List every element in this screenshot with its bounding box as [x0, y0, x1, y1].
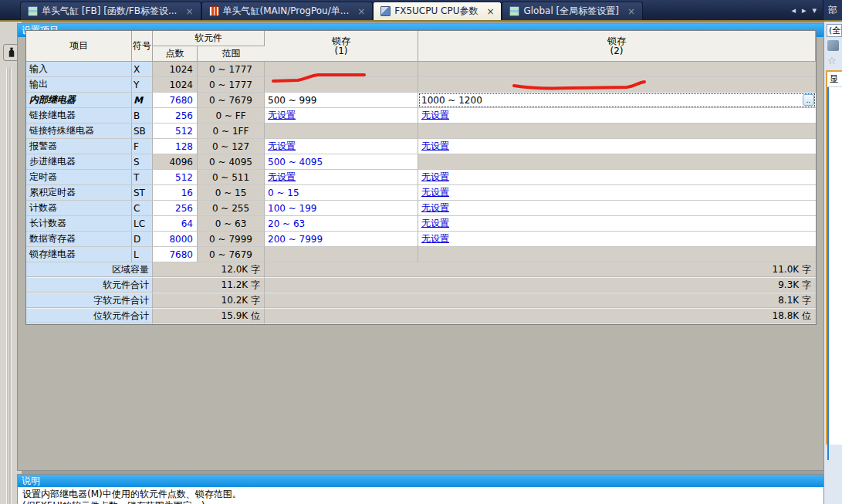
device-row-S: 步进继电器S40960 ~ 4095500 ~ 4095: [26, 154, 816, 170]
cell-latch[interactable]: 无设置: [418, 170, 816, 185]
cell-points[interactable]: 128: [153, 139, 198, 154]
cell-points[interactable]: 8000: [153, 232, 198, 247]
summary-device-value: 15.9K 位: [153, 309, 265, 324]
summary-device-value: 11.2K 字: [153, 278, 265, 293]
browse-button[interactable]: ..: [803, 94, 814, 106]
cell-item-label: 计数器: [26, 201, 132, 216]
cell-latch[interactable]: 无设置: [418, 185, 816, 201]
tab-strip: 单头气缸 [FB] [函数/FB标签设...×单头气缸(MAIN/ProgPou…: [0, 0, 785, 20]
cell-latch[interactable]: 无设置: [418, 216, 816, 232]
cell-points[interactable]: 512: [153, 170, 198, 185]
cell-item-label: 链接继电器: [26, 108, 132, 123]
cell-points[interactable]: 7680: [153, 247, 198, 262]
cell-range: 0 ~ 127: [198, 139, 265, 154]
cell-latch[interactable]: 200 ~ 7999: [265, 232, 418, 247]
device-row-B: 链接继电器B2560 ~ FF无设置无设置: [26, 108, 816, 123]
cell-latch[interactable]: 0 ~ 15: [265, 185, 418, 201]
dock-splitter[interactable]: [6, 68, 8, 504]
summary-row: 字软元件合计10.2K 字8.1K 字: [26, 293, 816, 309]
cell-latch: [265, 62, 418, 77]
cell-item-label: 累积定时器: [26, 185, 132, 201]
cell-symbol: SB: [132, 123, 153, 139]
tab-document-1[interactable]: 单头气缸 [FB] [函数/FB标签设...×: [20, 2, 201, 20]
device-row-Y: 输出Y10240 ~ 1777: [26, 77, 816, 93]
cell-range: 0 ~ FF: [198, 108, 265, 123]
cell-latch[interactable]: 500 ~ 4095: [265, 154, 418, 170]
tab-navigation: ◂ ▸ ▾: [785, 0, 823, 20]
cell-latch[interactable]: 100 ~ 199: [265, 201, 418, 216]
cell-item-label: 输入: [26, 62, 132, 77]
scroll-tabs-left-icon[interactable]: ◂: [791, 5, 796, 15]
ink-bottle-icon: [6, 47, 17, 58]
global-label-icon: [509, 6, 519, 16]
cell-points[interactable]: 512: [153, 123, 198, 139]
cell-points[interactable]: 7680: [153, 93, 198, 108]
window-list-icon[interactable]: ▾: [812, 5, 817, 15]
tab-document-2[interactable]: 单头气缸(MAIN/ProgPou/单...×: [201, 2, 374, 20]
favorites-star-icon[interactable]: ☆: [827, 56, 842, 66]
explanation-titlebar: 说明: [18, 475, 823, 487]
cell-item-label: 数据寄存器: [26, 232, 132, 247]
explanation-line-1: 设置内部继电器(M)中使用的软元件点数、锁存范围。: [22, 489, 819, 500]
cell-latch[interactable]: 无设置: [418, 139, 816, 154]
element-pane-body: [827, 87, 842, 460]
cell-latch[interactable]: 无设置: [265, 139, 418, 154]
tab-document-3[interactable]: FX5UCPU CPU参数×: [373, 2, 502, 20]
cell-points[interactable]: 16: [153, 185, 198, 201]
element-pane-tab-label: 显: [830, 74, 838, 84]
header-latch2-line2: (2): [610, 46, 624, 56]
cell-symbol: M: [132, 93, 153, 108]
header-latch2: 锁存 (2): [418, 31, 816, 62]
summary-latch-value: 8.1K 字: [265, 293, 816, 309]
explanation-title: 说明: [22, 475, 40, 488]
cell-latch[interactable]: 无设置: [418, 232, 816, 247]
cell-range: 0 ~ 7999: [198, 232, 265, 247]
cell-range: 0 ~ 7679: [198, 247, 265, 262]
cell-range: 0 ~ 7679: [198, 93, 265, 108]
device-row-T: 定时器T5120 ~ 511无设置无设置: [26, 170, 816, 185]
cell-item-label: 报警器: [26, 139, 132, 154]
cell-symbol: Y: [132, 77, 153, 93]
cell-latch[interactable]: 1000 ~ 1200..: [418, 93, 816, 108]
tab-close-icon[interactable]: ×: [627, 7, 635, 16]
tab-close-icon[interactable]: ×: [357, 7, 365, 16]
device-row-X: 输入X10240 ~ 1777: [26, 62, 816, 77]
element-filter-combo[interactable]: (全部): [827, 24, 842, 37]
cell-range: 0 ~ 1777: [198, 77, 265, 93]
device-row-ST: 累积定时器ST160 ~ 150 ~ 15无设置: [26, 185, 816, 201]
element-toolbar-icon[interactable]: [827, 40, 839, 51]
cell-points[interactable]: 64: [153, 216, 198, 232]
cell-points[interactable]: 256: [153, 108, 198, 123]
cell-latch[interactable]: 无设置: [265, 170, 418, 185]
cell-symbol: D: [132, 232, 153, 247]
tab-label: FX5UCPU CPU参数: [394, 5, 478, 18]
summary-label: 字软元件合计: [26, 293, 153, 309]
document-tab-bar: 单头气缸 [FB] [函数/FB标签设...×单头气缸(MAIN/ProgPou…: [0, 0, 842, 22]
summary-row: 区域容量12.0K 字11.0K 字: [26, 262, 816, 278]
table-body: 输入X10240 ~ 1777输出Y10240 ~ 1777内部继电器M7680…: [26, 62, 816, 262]
cell-latch[interactable]: 20 ~ 63: [265, 216, 418, 232]
cell-latch[interactable]: 无设置: [265, 108, 418, 123]
cell-symbol: LC: [132, 216, 153, 232]
cell-latch[interactable]: 500 ~ 999: [265, 93, 418, 108]
cell-points[interactable]: 256: [153, 201, 198, 216]
tab-label: Global [全局标签设置]: [523, 5, 618, 18]
tab-document-4[interactable]: Global [全局标签设置]×: [502, 2, 643, 20]
element-pane-tab[interactable]: 显: [827, 72, 842, 87]
cpu-parameter-icon: [380, 6, 391, 16]
cell-latch[interactable]: 无设置: [418, 201, 816, 216]
device-row-F: 报警器F1280 ~ 127无设置无设置: [26, 139, 816, 154]
cell-latch[interactable]: 无设置: [418, 108, 816, 123]
fb-label-icon: [28, 6, 38, 16]
tab-label: 单头气缸(MAIN/ProgPou/单...: [223, 5, 350, 18]
scroll-tabs-right-icon[interactable]: ▸: [802, 5, 806, 15]
cell-item-label: 长计数器: [26, 216, 132, 232]
cell-latch: [418, 154, 816, 170]
cell-range: 0 ~ 1777: [198, 62, 265, 77]
device-row-L: 锁存继电器L76800 ~ 7679: [26, 247, 816, 262]
cell-symbol: C: [132, 201, 153, 216]
summary-device-value: 12.0K 字: [153, 262, 265, 278]
device-row-SB: 链接特殊继电器SB5120 ~ 1FF: [26, 123, 816, 139]
tab-close-icon[interactable]: ×: [486, 7, 494, 16]
tab-close-icon[interactable]: ×: [185, 7, 193, 16]
